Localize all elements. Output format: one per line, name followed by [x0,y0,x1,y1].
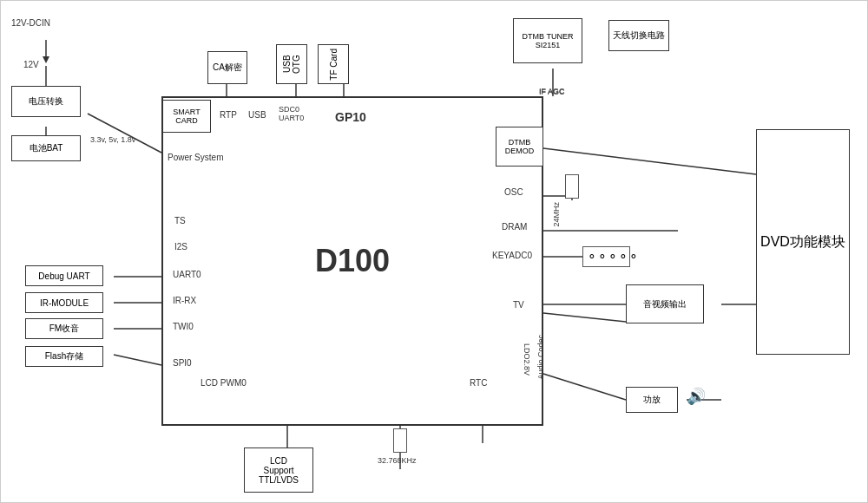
ca-decoder-box: CA解密 [207,51,247,84]
osc-label: OSC [504,187,523,197]
svg-marker-1 [43,56,49,63]
diagram-container: 3.3v, 5v, 1.8v IF AGC [0,0,868,503]
flash-box: Flash存储 [25,346,103,367]
ir-module-box: IR-MODULE [25,292,103,313]
keyadc-connector: ⚬⚬⚬⚬⚬ [582,246,630,267]
chip-title: D100 [315,243,390,279]
uart0-label: UART0 [173,270,201,279]
crystal-32khz [393,428,407,453]
spi0-label: SPI0 [173,358,192,368]
twi0-label: TWI0 [173,322,194,331]
dtmb-tuner-box: DTMB TUNER SI2151 [513,18,582,63]
antenna-switch-box: 天线切换电路 [608,20,669,51]
svg-line-9 [114,355,161,365]
sdc0-label: SDC0UART0 [279,105,304,122]
crystal-32khz-label: 32.768KHz [378,456,417,465]
rtc-label: RTC [470,378,487,388]
usb-otg-box: USB OTG [276,44,307,84]
dtmb-demod-box: DTMBDEMOD [496,127,543,167]
crystal-24mhz-label: 24MHz [552,202,561,227]
smart-card-interface: SMARTCARD [162,100,211,133]
dram-label: DRAM [502,222,527,232]
dcin-label: 12V-DCIN [11,18,50,28]
av-output-box: 音视频输出 [626,284,704,323]
svg-line-16 [543,148,756,174]
ldo28v-label: LDO2.8V [523,343,531,377]
fm-box: FM收音 [25,318,103,339]
svg-line-22 [543,313,626,322]
usb-label: USB [248,110,266,120]
irrx-label: IR-RX [173,296,196,305]
svg-text:3.3v, 5v, 1.8v: 3.3v, 5v, 1.8v [90,135,136,144]
main-chip: D100 [161,96,543,426]
v12-label: 12V [23,60,39,69]
if-agc-label: IF AGC [539,88,565,96]
lcd-support-box: LCDSupportTTL/LVDS [244,447,313,493]
keyadc0-label: KEYADC0 [492,251,532,260]
speaker-icon: 🔊 [687,387,706,406]
tf-card-box: TF Card [318,44,349,84]
lcdpwm-label: LCD PWM0 [201,378,247,388]
ts-label: TS [174,216,186,225]
svg-line-24 [543,374,626,400]
voltage-converter-box: 电压转换 [11,86,81,117]
gpio-label: GP10 [335,110,366,124]
debug-uart-box: Debug UART [25,265,103,286]
rtp-label: RTP [220,110,237,120]
audiocodec-label: Audio Codec [536,335,545,382]
power-system-label: Power System [168,153,223,162]
i2s-label: I2S [174,242,187,252]
battery-box: 电池BAT [11,135,81,161]
amplifier-box: 功放 [626,387,678,413]
dvd-module-box: DVD功能模块 [756,129,850,355]
svg-line-3 [88,114,161,153]
tv-label: TV [513,300,524,310]
crystal-24mhz [565,174,579,199]
